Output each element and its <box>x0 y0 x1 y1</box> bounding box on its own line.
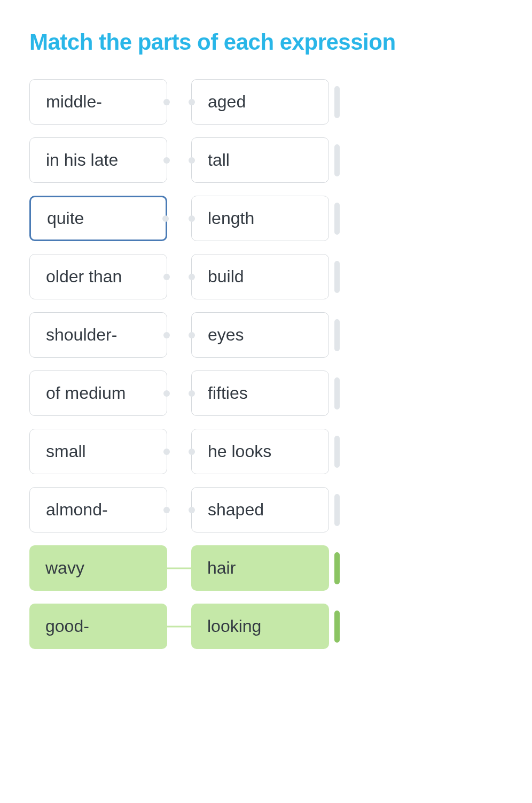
match-row: in his latetall <box>29 137 503 183</box>
right-card[interactable]: he looks <box>191 429 329 474</box>
left-card-text: shoulder- <box>46 325 117 345</box>
match-indicator <box>334 377 340 410</box>
match-row: smallhe looks <box>29 429 503 474</box>
connector-line <box>167 567 191 569</box>
connector-dot-icon <box>189 332 195 338</box>
right-card-text: looking <box>207 616 261 636</box>
left-card[interactable]: quite <box>29 196 167 241</box>
right-card-text: eyes <box>208 325 244 345</box>
exercise-title: Match the parts of each expression <box>29 29 503 55</box>
match-row: quitelength <box>29 196 503 241</box>
connector-line <box>167 626 191 627</box>
left-card[interactable]: shoulder- <box>29 312 167 358</box>
match-indicator <box>334 436 340 468</box>
match-row: good-looking <box>29 604 503 649</box>
right-card[interactable]: hair <box>191 545 329 591</box>
connector-dot-icon <box>189 157 195 164</box>
left-card-text: quite <box>47 209 84 228</box>
match-row: almond-shaped <box>29 487 503 532</box>
connector-dot-icon <box>163 332 170 338</box>
connector-dot-icon <box>189 449 195 455</box>
match-indicator <box>334 261 340 293</box>
matching-container: middle-agedin his latetallquitelengthold… <box>29 79 503 649</box>
right-card-text: hair <box>207 558 236 578</box>
right-card[interactable]: eyes <box>191 312 329 358</box>
connector-dot-icon <box>189 390 195 397</box>
left-card-text: small <box>46 442 86 461</box>
right-card-text: he looks <box>208 442 271 461</box>
left-card-text: older than <box>46 267 122 287</box>
left-card[interactable]: wavy <box>29 545 167 591</box>
match-indicator <box>334 552 340 584</box>
right-card-text: shaped <box>208 500 264 520</box>
left-card-text: wavy <box>45 558 84 578</box>
left-card-text: of medium <box>46 383 126 403</box>
right-card-text: fifties <box>208 383 248 403</box>
connector-dot-icon <box>163 157 170 164</box>
left-card-text: middle- <box>46 92 102 112</box>
right-card[interactable]: tall <box>191 137 329 183</box>
connector-dot-icon <box>163 507 170 513</box>
left-card-text: almond- <box>46 500 108 520</box>
connector-dot-icon <box>163 449 170 455</box>
connector-dot-icon <box>162 215 169 222</box>
left-card[interactable]: good- <box>29 604 167 649</box>
connector-dot-icon <box>189 215 195 222</box>
right-card-text: length <box>208 209 254 228</box>
left-card[interactable]: small <box>29 429 167 474</box>
right-card-text: aged <box>208 92 246 112</box>
connector-dot-icon <box>163 390 170 397</box>
right-card[interactable]: looking <box>191 604 329 649</box>
match-row: shoulder-eyes <box>29 312 503 358</box>
right-card-text: tall <box>208 150 230 170</box>
match-row: older thanbuild <box>29 254 503 299</box>
match-row: of mediumfifties <box>29 370 503 416</box>
match-indicator <box>334 86 340 118</box>
match-indicator <box>334 144 340 176</box>
left-card-text: good- <box>45 616 89 636</box>
left-card-text: in his late <box>46 150 118 170</box>
right-card[interactable]: fifties <box>191 370 329 416</box>
left-card[interactable]: older than <box>29 254 167 299</box>
match-indicator <box>334 611 340 643</box>
right-card[interactable]: shaped <box>191 487 329 532</box>
connector-dot-icon <box>189 99 195 105</box>
left-card[interactable]: almond- <box>29 487 167 532</box>
match-indicator <box>334 319 340 351</box>
match-row: middle-aged <box>29 79 503 125</box>
right-card[interactable]: build <box>191 254 329 299</box>
connector-dot-icon <box>189 274 195 280</box>
match-row: wavyhair <box>29 545 503 591</box>
right-card-text: build <box>208 267 244 287</box>
connector-dot-icon <box>189 507 195 513</box>
left-card[interactable]: middle- <box>29 79 167 125</box>
connector-dot-icon <box>163 274 170 280</box>
right-card[interactable]: length <box>191 196 329 241</box>
right-card[interactable]: aged <box>191 79 329 125</box>
match-indicator <box>334 203 340 235</box>
match-indicator <box>334 494 340 526</box>
connector-dot-icon <box>163 99 170 105</box>
left-card[interactable]: in his late <box>29 137 167 183</box>
left-card[interactable]: of medium <box>29 370 167 416</box>
